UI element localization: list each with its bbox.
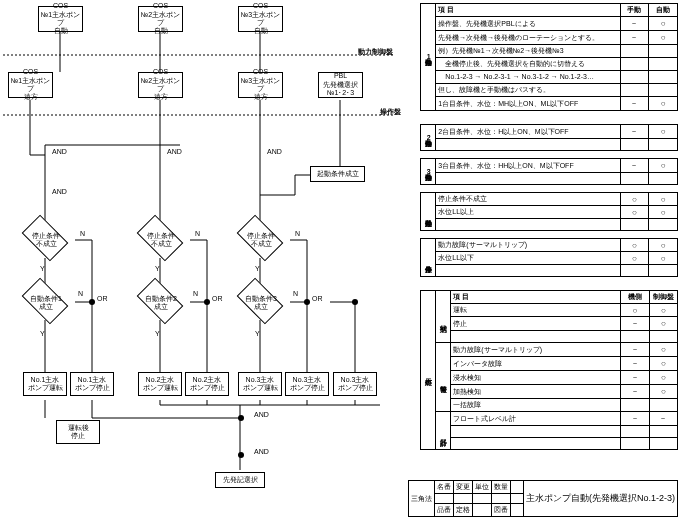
and-dot-2: [238, 452, 244, 458]
lead-order-select-box: 先発記選択: [215, 472, 265, 488]
cos-3-top: COS№3主水ポンプ自動: [238, 6, 283, 32]
cos-1-remote: COS№1主水ポンプ遠方: [8, 72, 53, 98]
p3b-stop-box: No.3主水ポンプ停止: [333, 372, 377, 396]
n-a3: N: [293, 290, 298, 297]
after-run-stop-box: 運転後停止: [56, 420, 100, 444]
and-label-4: AND: [52, 188, 67, 195]
auto-diamond-1: [22, 278, 69, 325]
title-block: 三角法 名番 変更 単位 数量 主水ポンプ自動(先発機選択No.1-2-3) 品…: [408, 480, 678, 517]
cos-2-top: COS№2主水ポンプ自動: [138, 6, 183, 32]
table-indicators: 表示灯状態項 目機側制御盤 運転○○ 停止－○ 警報動力故障(サーマルトリップ)…: [420, 290, 678, 450]
n-a1: N: [78, 290, 83, 297]
or-dot-2: [204, 299, 210, 305]
table-start-cond: 起動条件停止条件不成立○○ 水位LL以上○○: [420, 192, 678, 231]
n-1: N: [80, 230, 85, 237]
y-a2: Y: [155, 330, 160, 337]
p2-stop-box: No.2主水ポンプ停止: [185, 372, 229, 396]
and-label-6: AND: [254, 448, 269, 455]
or-1: OR: [97, 295, 108, 302]
or-3: OR: [312, 295, 323, 302]
y-2: Y: [155, 265, 160, 272]
y-a1: Y: [40, 330, 45, 337]
auto-diamond-3: [237, 278, 284, 325]
cos-2-remote: COS№2主水ポンプ遠方: [138, 72, 183, 98]
panel-power-label: 動力制御盤: [358, 47, 393, 57]
table-conditions-2: 自動条件22台目条件、水位：H以上ON、M以下OFF－○: [420, 124, 678, 151]
p3-run-box: No.3主水ポンプ運転: [238, 372, 282, 396]
or-2: OR: [212, 295, 223, 302]
p1-stop-box: No.1主水ポンプ停止: [70, 372, 114, 396]
or-dot-4: [352, 299, 358, 305]
table-stop-cond: 停止条件動力故障(サーマルトリップ)○○ 水位LL以下○○: [420, 238, 678, 277]
n-a2: N: [193, 290, 198, 297]
auto-diamond-2: [137, 278, 184, 325]
cos-1-top: COS№1主水ポンプ自動: [38, 6, 83, 32]
and-label-5: AND: [254, 411, 269, 418]
stop-diamond-3: [237, 215, 284, 262]
pbl-lead-select: PBL先発機選択№1･2･3: [318, 72, 363, 98]
n-3: N: [295, 230, 300, 237]
or-dot-3: [304, 299, 310, 305]
p2-run-box: No.2主水ポンプ運転: [138, 372, 182, 396]
table-conditions-1: 自動条件1項 目手動自動 操作盤、先発機選択PBLによる－○ 先発機→次発機→後…: [420, 3, 678, 111]
y-a3: Y: [255, 330, 260, 337]
n-2: N: [195, 230, 200, 237]
p3-stop-box: No.3主水ポンプ停止: [285, 372, 329, 396]
and-label-3: AND: [267, 148, 282, 155]
panel-op-label: 操作盤: [380, 107, 401, 117]
stop-diamond-2: [137, 215, 184, 262]
stop-diamond-1: [22, 215, 69, 262]
and-label-1: AND: [52, 148, 67, 155]
and-label-2: AND: [167, 148, 182, 155]
cos-3-remote: COS№3主水ポンプ遠方: [238, 72, 283, 98]
y-1: Y: [40, 265, 45, 272]
and-dot-1: [238, 415, 244, 421]
drawing-title: 主水ポンプ自動(先発機選択No.1-2-3): [523, 481, 677, 517]
p1-run-box: No.1主水ポンプ運転: [23, 372, 67, 396]
y-3: Y: [255, 265, 260, 272]
start-cond-box: 起動条件成立: [310, 166, 365, 182]
or-dot-1: [89, 299, 95, 305]
table-conditions-3: 自動条件33台目条件、水位：HH以上ON、M以下OFF－○: [420, 158, 678, 185]
